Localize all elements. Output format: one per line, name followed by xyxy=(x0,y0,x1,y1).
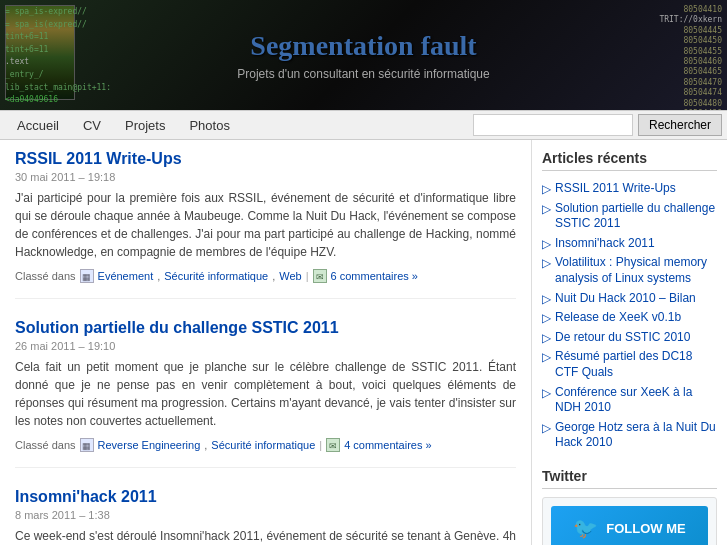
recent-item-7: ▷ Résumé partiel des DC18 CTF Quals xyxy=(542,347,717,382)
recent-item-1: ▷ Solution partielle du challenge SSTIC … xyxy=(542,199,717,234)
article-3: Insomni'hack 2011 8 mars 2011 – 1:38 Ce … xyxy=(15,488,516,545)
doc-icon-6: ▷ xyxy=(542,331,551,345)
tag-icon-2: ▦ xyxy=(80,438,94,452)
recent-item-9: ▷ George Hotz sera à la Nuit Du Hack 201… xyxy=(542,418,717,453)
site-subtitle: Projets d'un consultant en sécurité info… xyxy=(237,67,489,81)
comments-1[interactable]: 6 commentaires » xyxy=(331,270,418,282)
recent-link-2[interactable]: Insomni'hack 2011 xyxy=(555,236,655,252)
article-2-excerpt: Cela fait un petit moment que je planche… xyxy=(15,358,516,430)
twitter-title: Twitter xyxy=(542,468,717,489)
twitter-bird-icon: 🐦 xyxy=(573,516,598,540)
article-2-title[interactable]: Solution partielle du challenge SSTIC 20… xyxy=(15,319,516,337)
tag-icon-1: ▦ xyxy=(80,269,94,283)
nav-projets[interactable]: Projets xyxy=(113,113,177,138)
comments-2[interactable]: 4 commentaires » xyxy=(344,439,431,451)
article-1-excerpt: J'ai participé pour la première fois aux… xyxy=(15,189,516,261)
search-input[interactable] xyxy=(473,114,633,136)
sidebar: Articles récents ▷ RSSIL 2011 Write-Ups … xyxy=(532,140,727,545)
recent-item-3: ▷ Volatilitux : Physical memory analysis… xyxy=(542,253,717,288)
doc-icon-1: ▷ xyxy=(542,202,551,216)
recent-item-2: ▷ Insomni'hack 2011 xyxy=(542,234,717,254)
cat-evenement[interactable]: Evénement xyxy=(98,270,154,282)
doc-icon-9: ▷ xyxy=(542,421,551,435)
article-1-meta: Classé dans ▦ Evénement, Sécurité inform… xyxy=(15,269,516,283)
recent-link-8[interactable]: Conférence sur XeeK à la NDH 2010 xyxy=(555,385,717,416)
article-3-date: 8 mars 2011 – 1:38 xyxy=(15,509,516,521)
search-area: Rechercher xyxy=(473,114,722,136)
recent-link-1[interactable]: Solution partielle du challenge SSTIC 20… xyxy=(555,201,717,232)
twitter-section: Twitter 🐦 FOLLOW ME xyxy=(542,468,717,545)
doc-icon-8: ▷ xyxy=(542,386,551,400)
header-title-area: Segmentation fault Projets d'un consulta… xyxy=(200,0,527,110)
recent-item-8: ▷ Conférence sur XeeK à la NDH 2010 xyxy=(542,383,717,418)
classé-dans-label: Classé dans xyxy=(15,270,76,282)
cat-securite[interactable]: Sécurité informatique xyxy=(164,270,268,282)
recent-item-5: ▷ Release de XeeK v0.1b xyxy=(542,308,717,328)
article-3-title[interactable]: Insomni'hack 2011 xyxy=(15,488,516,506)
doc-icon-0: ▷ xyxy=(542,182,551,196)
cat-web[interactable]: Web xyxy=(279,270,301,282)
article-2-date: 26 mai 2011 – 19:10 xyxy=(15,340,516,352)
nav-cv[interactable]: CV xyxy=(71,113,113,138)
search-button[interactable]: Rechercher xyxy=(638,114,722,136)
site-header: = spa_is-expred// = spa_is(expred// tint… xyxy=(0,0,727,110)
comment-icon-2: ✉ xyxy=(326,438,340,452)
doc-icon-5: ▷ xyxy=(542,311,551,325)
navigation-bar: Accueil CV Projets Photos Rechercher xyxy=(0,110,727,140)
classé-dans-label-2: Classé dans xyxy=(15,439,76,451)
recent-articles-section: Articles récents ▷ RSSIL 2011 Write-Ups … xyxy=(542,150,717,453)
comment-icon-1: ✉ xyxy=(313,269,327,283)
article-2-meta: Classé dans ▦ Reverse Engineering, Sécur… xyxy=(15,438,516,452)
article-3-excerpt: Ce week-end s'est déroulé Insomni'hack 2… xyxy=(15,527,516,545)
nav-links: Accueil CV Projets Photos xyxy=(5,113,242,138)
recent-link-9[interactable]: George Hotz sera à la Nuit Du Hack 2010 xyxy=(555,420,717,451)
twitter-widget: 🐦 FOLLOW ME xyxy=(542,497,717,545)
recent-item-4: ▷ Nuit Du Hack 2010 – Bilan xyxy=(542,289,717,309)
article-1: RSSIL 2011 Write-Ups 30 mai 2011 – 19:18… xyxy=(15,150,516,299)
recent-link-7[interactable]: Résumé partiel des DC18 CTF Quals xyxy=(555,349,717,380)
article-2: Solution partielle du challenge SSTIC 20… xyxy=(15,319,516,468)
header-code-decoration: = spa_is-expred// = spa_is(expred// tint… xyxy=(0,0,220,110)
content-area: RSSIL 2011 Write-Ups 30 mai 2011 – 19:18… xyxy=(0,140,727,545)
recent-link-0[interactable]: RSSIL 2011 Write-Ups xyxy=(555,181,676,197)
article-1-date: 30 mai 2011 – 19:18 xyxy=(15,171,516,183)
nav-accueil[interactable]: Accueil xyxy=(5,113,71,138)
doc-icon-2: ▷ xyxy=(542,237,551,251)
recent-articles-list: ▷ RSSIL 2011 Write-Ups ▷ Solution partie… xyxy=(542,179,717,453)
recent-item-6: ▷ De retour du SSTIC 2010 xyxy=(542,328,717,348)
cat-securite-2[interactable]: Sécurité informatique xyxy=(211,439,315,451)
doc-icon-3: ▷ xyxy=(542,256,551,270)
doc-icon-7: ▷ xyxy=(542,350,551,364)
main-content: RSSIL 2011 Write-Ups 30 mai 2011 – 19:18… xyxy=(0,140,532,545)
recent-link-6[interactable]: De retour du SSTIC 2010 xyxy=(555,330,690,346)
recent-link-3[interactable]: Volatilitux : Physical memory analysis o… xyxy=(555,255,717,286)
site-title: Segmentation fault xyxy=(250,30,476,62)
recent-articles-title: Articles récents xyxy=(542,150,717,171)
doc-icon-4: ▷ xyxy=(542,292,551,306)
recent-link-5[interactable]: Release de XeeK v0.1b xyxy=(555,310,681,326)
header-code-right-decoration: 80504410 TRIT://0xkern 80504445 80504450… xyxy=(527,0,727,110)
nav-photos[interactable]: Photos xyxy=(177,113,241,138)
recent-item-0: ▷ RSSIL 2011 Write-Ups xyxy=(542,179,717,199)
twitter-follow-label: FOLLOW ME xyxy=(606,521,685,536)
recent-link-4[interactable]: Nuit Du Hack 2010 – Bilan xyxy=(555,291,696,307)
twitter-follow-button[interactable]: 🐦 FOLLOW ME xyxy=(551,506,708,545)
cat-reverse[interactable]: Reverse Engineering xyxy=(98,439,201,451)
article-1-title[interactable]: RSSIL 2011 Write-Ups xyxy=(15,150,516,168)
